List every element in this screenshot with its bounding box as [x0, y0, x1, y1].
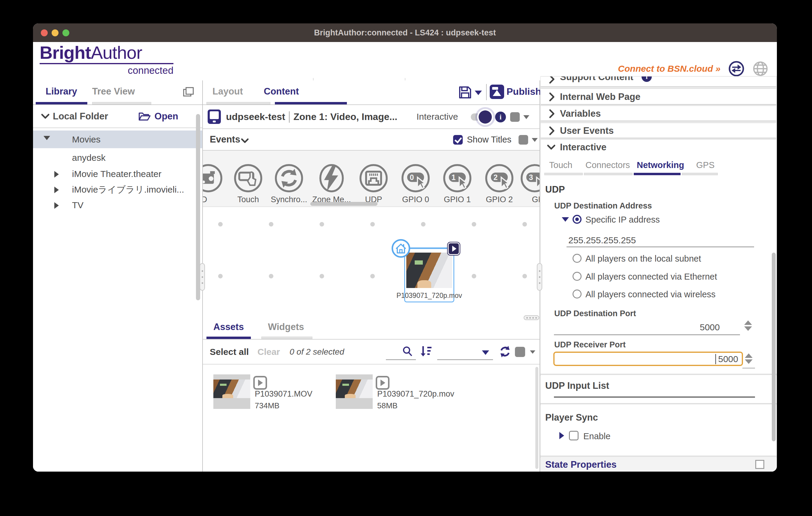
accordion-support-content[interactable]: Support Content i: [541, 76, 776, 87]
accordion-interactive[interactable]: Interactive: [541, 139, 776, 155]
expander-right-icon[interactable]: [54, 202, 59, 209]
home-state-icon[interactable]: [392, 239, 410, 258]
right-divider-handle[interactable]: [537, 263, 542, 291]
accordion-user-events[interactable]: User Events: [541, 123, 776, 138]
collapse-options-icon[interactable]: [562, 217, 569, 222]
tab-assets[interactable]: Assets: [213, 317, 244, 337]
player-sync-heading: Player Sync: [545, 412, 598, 423]
chevron-down-icon[interactable]: [41, 113, 50, 119]
tab-widgets[interactable]: Widgets: [268, 317, 304, 337]
publish-button[interactable]: Publish: [506, 81, 541, 102]
tab-tree-view[interactable]: Tree View: [92, 81, 135, 102]
wireless-radio[interactable]: [573, 290, 582, 299]
color-swatch-button[interactable]: [510, 112, 520, 122]
chevron-down-icon[interactable]: [523, 115, 529, 119]
connect-bsn-link[interactable]: Connect to BSN.cloud »: [618, 64, 721, 74]
media-node[interactable]: P1039071_720p.mov: [404, 248, 454, 302]
refresh-icon[interactable]: [498, 345, 512, 358]
open-folder-button[interactable]: Open: [138, 105, 178, 127]
local-folder-row: Local Folder Open: [33, 105, 202, 128]
globe-icon[interactable]: [752, 61, 768, 77]
transfer-icon[interactable]: [728, 61, 745, 77]
expander-right-icon[interactable]: [54, 171, 59, 178]
chevron-down-icon[interactable]: [241, 138, 249, 144]
chevron-right-icon: [549, 109, 555, 119]
ethernet-radio[interactable]: [573, 272, 582, 281]
panel-collapse-icon[interactable]: [183, 87, 194, 97]
properties-scrollbar[interactable]: [772, 252, 776, 441]
play-state-icon[interactable]: [448, 242, 460, 255]
tree-item-imovie-library[interactable]: iMovieライブラリ.imovieli...: [33, 181, 202, 198]
tab-gps[interactable]: GPS: [696, 160, 715, 170]
logo-author: Author: [91, 42, 142, 63]
sort-icon[interactable]: [419, 344, 433, 358]
save-options-icon[interactable]: [475, 91, 482, 95]
tab-connectors[interactable]: Connectors: [585, 160, 630, 170]
search-icon[interactable]: [402, 345, 413, 358]
state-properties-section[interactable]: State Properties: [541, 457, 776, 472]
save-icon[interactable]: [458, 85, 472, 100]
tree-item-anydesk[interactable]: anydesk: [33, 149, 202, 166]
interactive-toggle[interactable]: [471, 113, 489, 121]
left-divider-handle[interactable]: [200, 263, 205, 291]
bottom-divider-handle[interactable]: [524, 315, 539, 320]
event-udp[interactable]: [358, 163, 388, 193]
color-swatch-button[interactable]: [519, 135, 528, 145]
expander-down-icon[interactable]: [44, 136, 50, 140]
event-gpio-2[interactable]: 2: [484, 163, 514, 193]
tab-touch[interactable]: Touch: [549, 160, 572, 170]
chevron-down-icon[interactable]: [530, 351, 535, 354]
local-subnet-radio[interactable]: [573, 254, 582, 263]
event-gpio-3[interactable]: 3: [520, 163, 540, 193]
enable-checkbox[interactable]: [569, 431, 579, 441]
filter-select-underline[interactable]: [437, 359, 493, 360]
color-swatch-button[interactable]: [515, 347, 525, 357]
tree-item-imovie-theater[interactable]: iMovie Theater.theater: [33, 165, 202, 182]
tree-item-tv[interactable]: TV: [33, 197, 202, 214]
text-caret: [715, 354, 716, 364]
assets-scrollbar[interactable]: [535, 367, 538, 469]
toggle-knob[interactable]: [478, 111, 492, 124]
filter-dropdown-icon[interactable]: [482, 351, 489, 355]
tab-networking[interactable]: Networking: [637, 160, 684, 170]
tab-layout[interactable]: Layout: [212, 81, 243, 102]
tab-content[interactable]: Content: [264, 81, 299, 102]
udp-receiver-port-input[interactable]: 5000: [553, 352, 743, 366]
accordion-internal-web-page[interactable]: Internal Web Page: [541, 89, 776, 105]
specific-ip-radio[interactable]: [573, 215, 582, 224]
event-camera[interactable]: [203, 163, 223, 193]
event-synchronize[interactable]: [274, 163, 304, 193]
gpio-icon: 1: [442, 163, 472, 193]
dest-port-stepper[interactable]: [743, 321, 753, 331]
udp-dest-port-value[interactable]: 5000: [700, 322, 720, 332]
brightauthor-logo: BrightAuthor connected: [39, 43, 175, 76]
ip-address-value[interactable]: 255.255.255.255: [568, 235, 636, 245]
header-right: Connect to BSN.cloud »: [618, 61, 768, 77]
info-icon[interactable]: i: [642, 76, 652, 82]
sidebar-tabs: Library Tree View: [33, 81, 202, 105]
select-all-button[interactable]: Select all: [210, 340, 249, 364]
tab-library[interactable]: Library: [46, 81, 77, 102]
expand-panel-icon[interactable]: [755, 460, 764, 469]
udp-icon: [358, 163, 388, 193]
expander-right-icon[interactable]: [54, 187, 59, 193]
chevron-down-icon[interactable]: [532, 138, 538, 142]
event-gpio-1[interactable]: 1: [442, 163, 472, 193]
horizontal-scrollbar[interactable]: [310, 202, 377, 206]
clear-button[interactable]: Clear: [258, 340, 280, 364]
tree-item-movies[interactable]: Movies: [33, 130, 202, 148]
publish-icon[interactable]: [490, 85, 504, 99]
expander-right-icon[interactable]: [559, 432, 564, 439]
udp-input-list-underline[interactable]: [554, 397, 755, 397]
event-gpio-0[interactable]: 0: [401, 163, 431, 193]
event-touch[interactable]: [233, 163, 263, 193]
camera-icon: [203, 163, 223, 193]
info-icon[interactable]: i: [495, 112, 506, 122]
show-titles-checkbox[interactable]: [453, 135, 463, 145]
logo-bright: Bright: [39, 42, 91, 63]
event-zone-message[interactable]: [317, 163, 347, 193]
accordion-variables[interactable]: Variables: [541, 105, 776, 121]
zone-label[interactable]: Zone 1: Video, Image...: [293, 105, 397, 128]
receiver-port-stepper[interactable]: [744, 354, 754, 364]
presentation-canvas[interactable]: P1039071_720p.mov −: [203, 207, 540, 317]
